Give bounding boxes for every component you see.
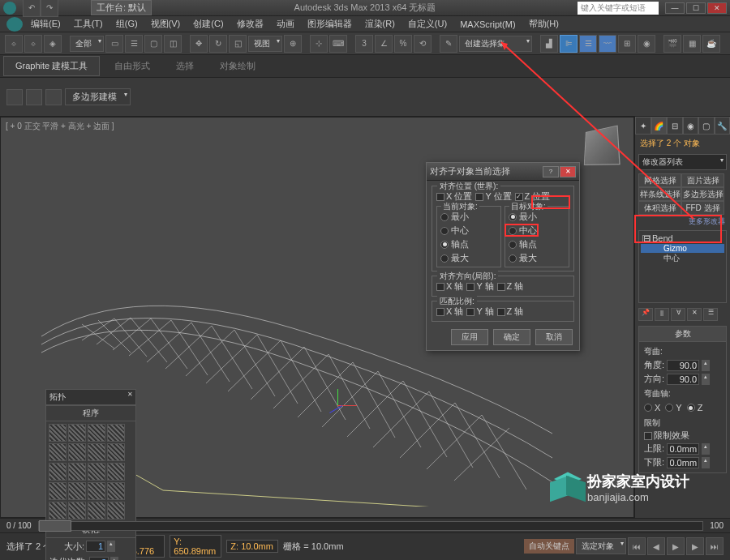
- size-spinner[interactable]: ▴: [107, 541, 115, 552]
- refcoord-dropdown[interactable]: 视图: [248, 36, 282, 52]
- menu-custom[interactable]: 自定义(U): [403, 16, 452, 32]
- menu-render[interactable]: 渲染(R): [360, 16, 400, 32]
- menu-modifiers[interactable]: 修改器: [232, 16, 268, 32]
- select-icon[interactable]: ▭: [105, 35, 123, 53]
- axis-x[interactable]: X: [644, 402, 660, 413]
- lower-input[interactable]: 0.0mm: [667, 457, 699, 468]
- topo-thumb[interactable]: [49, 424, 67, 442]
- time-thumb[interactable]: [39, 520, 71, 532]
- menu-help[interactable]: 帮助(H): [524, 16, 564, 32]
- angle-snap-icon[interactable]: ∠: [375, 35, 393, 53]
- unlink-icon[interactable]: ⟐: [24, 35, 42, 53]
- topo-thumb[interactable]: [68, 502, 86, 519]
- bind-icon[interactable]: ◈: [44, 35, 62, 53]
- goto-start-icon[interactable]: ⏮: [628, 537, 646, 555]
- upper-spinner[interactable]: ▴: [702, 443, 710, 455]
- topo-thumb[interactable]: [107, 463, 125, 481]
- mod-ffd-select[interactable]: FFD 选择: [681, 201, 724, 215]
- tab-freeform[interactable]: 自由形式: [103, 57, 161, 75]
- lower-spinner[interactable]: ▴: [702, 457, 710, 468]
- axis-y[interactable]: Y: [665, 402, 681, 413]
- play-icon[interactable]: ▶: [667, 537, 685, 555]
- tgt-pivot[interactable]: 轴点: [509, 237, 565, 251]
- topo-thumb[interactable]: [68, 424, 86, 442]
- params-header[interactable]: 参数: [639, 327, 726, 342]
- dialog-titlebar[interactable]: 对齐子对象当前选择 ?✕: [427, 163, 579, 181]
- scale-icon[interactable]: ◱: [229, 35, 247, 53]
- layers-icon[interactable]: ☰: [579, 35, 597, 53]
- stack-gizmo[interactable]: Gizmo: [641, 244, 724, 253]
- mod-patch-select[interactable]: 面片选择: [681, 173, 724, 187]
- material-icon[interactable]: ◉: [638, 35, 655, 53]
- remove-icon[interactable]: ✕: [687, 308, 702, 321]
- topo-thumb[interactable]: [107, 482, 125, 500]
- percent-snap-icon[interactable]: %: [394, 35, 412, 53]
- axis-z[interactable]: Z: [687, 402, 703, 413]
- topo-thumb[interactable]: [107, 424, 125, 442]
- ribbon-btn-2[interactable]: [26, 89, 42, 105]
- select-name-icon[interactable]: ☰: [125, 35, 143, 53]
- pin-icon[interactable]: 📌: [638, 308, 653, 321]
- menu-tools[interactable]: 工具(T): [69, 16, 108, 32]
- ribbon-btn-1[interactable]: [6, 89, 23, 105]
- topo-thumb[interactable]: [49, 443, 67, 461]
- iter-spinner[interactable]: ▴: [110, 557, 118, 561]
- config-icon[interactable]: ☰: [703, 308, 718, 321]
- tab-selection[interactable]: 选择: [165, 57, 205, 75]
- tab-display[interactable]: ▢: [698, 117, 715, 135]
- viewport-label[interactable]: [ + 0 正交 平滑 + 高光 + 边面 ]: [6, 121, 114, 132]
- keymode-dropdown[interactable]: 选定对象: [576, 538, 626, 554]
- cancel-button[interactable]: 取消: [535, 329, 573, 345]
- schematic-icon[interactable]: ⊞: [618, 35, 636, 53]
- tab-motion[interactable]: ◉: [683, 117, 699, 135]
- align-icon[interactable]: ⊫: [560, 35, 578, 53]
- limit-checkbox[interactable]: 限制效果: [644, 430, 721, 442]
- undo-icon[interactable]: ↶: [23, 0, 41, 17]
- modifier-stack[interactable]: ⊟Bend Gizmo 中心: [638, 230, 727, 303]
- unique-icon[interactable]: ∀: [671, 308, 685, 321]
- render-icon[interactable]: ☕: [702, 35, 720, 53]
- rotate-icon[interactable]: ↻: [209, 35, 227, 53]
- xscale-chk[interactable]: X 轴: [436, 306, 463, 318]
- rect-select-icon[interactable]: ▢: [144, 35, 162, 53]
- maximize-button[interactable]: ☐: [686, 2, 706, 14]
- topo-thumb[interactable]: [88, 463, 105, 481]
- tgt-max[interactable]: 最大: [509, 251, 565, 265]
- more-modifiers[interactable]: 更多形改器: [635, 216, 730, 227]
- angle-input[interactable]: 90.0: [667, 360, 699, 371]
- window-icon[interactable]: ◫: [164, 35, 182, 53]
- stack-center[interactable]: 中心: [641, 253, 724, 264]
- topo-thumb[interactable]: [68, 463, 86, 481]
- topology-title[interactable]: 拓扑: [46, 390, 135, 405]
- goto-end-icon[interactable]: ⏭: [706, 537, 724, 555]
- tgt-center[interactable]: 中心: [509, 224, 565, 237]
- next-frame-icon[interactable]: ▶: [686, 537, 704, 555]
- pivot-icon[interactable]: ⊕: [284, 35, 302, 53]
- show-result-icon[interactable]: ||: [655, 308, 669, 321]
- topo-thumb[interactable]: [49, 463, 67, 481]
- cur-max[interactable]: 最大: [440, 251, 497, 265]
- dialog-close[interactable]: ✕: [560, 166, 576, 177]
- tab-create[interactable]: ✦: [635, 117, 651, 135]
- link-icon[interactable]: ⟐: [5, 35, 23, 53]
- mirror-icon[interactable]: ▟: [540, 35, 558, 53]
- topo-thumb[interactable]: [88, 424, 105, 442]
- workspace-dropdown[interactable]: 工作台: 默认: [91, 0, 152, 15]
- close-button[interactable]: ✕: [707, 2, 727, 14]
- size-value[interactable]: 1: [86, 541, 105, 552]
- topo-thumb[interactable]: [68, 443, 86, 461]
- zaxis-chk[interactable]: Z 轴: [497, 280, 524, 293]
- menu-graph[interactable]: 图形编辑器: [303, 16, 357, 32]
- menu-edit[interactable]: 编辑(E): [26, 16, 66, 32]
- topo-thumb[interactable]: [88, 443, 105, 461]
- cur-pivot[interactable]: 轴点: [440, 237, 497, 251]
- angle-spinner[interactable]: ▴: [702, 360, 710, 371]
- filter-dropdown[interactable]: 全部: [70, 36, 104, 52]
- xaxis-chk[interactable]: X 轴: [436, 280, 463, 293]
- menu-maxscript[interactable]: MAXScript(M): [455, 18, 520, 31]
- coord-z[interactable]: Z: 10.0mm: [226, 540, 278, 553]
- menu-view[interactable]: 视图(V): [146, 16, 186, 32]
- soften-thumb[interactable]: [49, 540, 62, 553]
- topo-thumb[interactable]: [49, 502, 67, 519]
- mod-poly-select[interactable]: 多边形选择: [681, 187, 724, 201]
